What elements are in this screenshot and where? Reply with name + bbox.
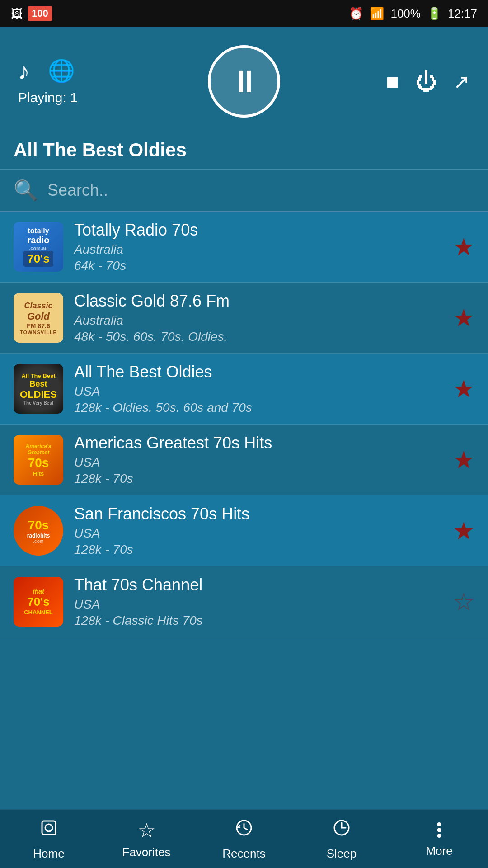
music-note-icon[interactable]: ♪ bbox=[18, 57, 30, 85]
stop-button[interactable]: ■ bbox=[386, 69, 399, 94]
globe-icon[interactable]: 🌐 bbox=[48, 58, 75, 84]
list-item[interactable]: totally radio .com.au 70's Totally Radio… bbox=[0, 212, 488, 283]
time-display: 12:17 bbox=[448, 7, 477, 21]
wifi-icon: 📶 bbox=[370, 7, 384, 21]
station-meta: 64k - 70s bbox=[74, 259, 442, 273]
favorites-icon: ☆ bbox=[138, 819, 155, 842]
station-logo-oldies: All The Best Best OLDIES The Very Best bbox=[14, 364, 63, 414]
station-name: All The Best Oldies bbox=[74, 363, 442, 382]
svg-point-1 bbox=[45, 824, 52, 831]
recents-icon bbox=[234, 817, 254, 843]
current-station-title-area: All The Best Oldies bbox=[0, 131, 488, 170]
recents-label: Recents bbox=[222, 847, 265, 861]
favorite-star[interactable]: ★ bbox=[453, 375, 474, 403]
alarm-icon: ⏰ bbox=[349, 7, 363, 21]
station-meta: 128k - 70s bbox=[74, 542, 442, 557]
station-meta: 48k - 50s. 60s. 70s. Oldies. bbox=[74, 330, 442, 344]
station-logo-classic: Classic Gold FM 87.6 TOWNSVILLE bbox=[14, 293, 63, 343]
station-info: San Franciscos 70s Hits USA 128k - 70s bbox=[74, 505, 442, 557]
status-bar: 🖼 100 ⏰ 📶 100% 🔋 12:17 bbox=[0, 0, 488, 27]
station-name: That 70s Channel bbox=[74, 576, 442, 594]
station-name: Americas Greatest 70s Hits bbox=[74, 434, 442, 453]
bottom-nav: Home ☆ Favorites Recents Sleep bbox=[0, 809, 488, 868]
home-icon bbox=[38, 817, 59, 843]
search-area: 🔍 bbox=[0, 170, 488, 212]
station-meta: 128k - Classic Hits 70s bbox=[74, 613, 442, 628]
status-left: 🖼 100 bbox=[11, 6, 52, 21]
station-name: Totally Radio 70s bbox=[74, 221, 442, 240]
station-name: Classic Gold 87.6 Fm bbox=[74, 292, 442, 311]
station-info: Totally Radio 70s Australia 64k - 70s bbox=[74, 221, 442, 273]
station-country: USA bbox=[74, 526, 442, 541]
more-icon bbox=[437, 820, 441, 840]
list-item[interactable]: 70s radiohits .com San Franciscos 70s Hi… bbox=[0, 495, 488, 566]
station-country: Australia bbox=[74, 313, 442, 328]
nav-item-sleep[interactable]: Sleep bbox=[293, 817, 390, 861]
player-left-icons: ♪ 🌐 bbox=[18, 57, 75, 85]
player-left-controls: ♪ 🌐 Playing: 1 bbox=[18, 57, 78, 105]
station-logo-totally: totally radio .com.au 70's bbox=[14, 222, 63, 272]
signal-strength: 100% bbox=[390, 7, 421, 21]
station-list: totally radio .com.au 70's Totally Radio… bbox=[0, 212, 488, 637]
favorite-star[interactable]: ★ bbox=[453, 304, 474, 332]
nav-item-more[interactable]: More bbox=[390, 820, 488, 858]
list-item[interactable]: America's Greatest 70s Hits Americas Gre… bbox=[0, 425, 488, 495]
sleep-icon bbox=[331, 817, 352, 843]
search-icon: 🔍 bbox=[14, 179, 38, 202]
station-country: USA bbox=[74, 455, 442, 470]
battery-icon: 🔋 bbox=[427, 7, 441, 21]
station-name: San Franciscos 70s Hits bbox=[74, 505, 442, 524]
playing-label: Playing: 1 bbox=[18, 90, 78, 105]
search-input[interactable] bbox=[47, 181, 474, 200]
svg-point-8 bbox=[437, 834, 441, 838]
list-item[interactable]: that 70's CHANNEL That 70s Channel USA 1… bbox=[0, 566, 488, 637]
station-country: Australia bbox=[74, 242, 442, 257]
player-controls-row: ♪ 🌐 Playing: 1 ⏸ ■ ⏻ ↗ bbox=[18, 41, 470, 122]
pause-button[interactable]: ⏸ bbox=[208, 45, 280, 118]
player-area: ♪ 🌐 Playing: 1 ⏸ ■ ⏻ ↗ bbox=[0, 27, 488, 131]
image-icon: 🖼 bbox=[11, 7, 23, 21]
current-station-title: All The Best Oldies bbox=[14, 139, 470, 161]
station-logo-sf: 70s radiohits .com bbox=[14, 506, 63, 556]
pause-icon: ⏸ bbox=[229, 63, 259, 99]
favorite-star[interactable]: ☆ bbox=[453, 588, 474, 616]
station-info: Classic Gold 87.6 Fm Australia 48k - 50s… bbox=[74, 292, 442, 344]
favorite-star[interactable]: ★ bbox=[453, 517, 474, 545]
favorites-label: Favorites bbox=[122, 845, 171, 859]
radio-icon: 100 bbox=[28, 6, 52, 21]
station-info: All The Best Oldies USA 128k - Oldies. 5… bbox=[74, 363, 442, 415]
station-country: USA bbox=[74, 384, 442, 399]
nav-item-favorites[interactable]: ☆ Favorites bbox=[98, 819, 195, 859]
list-item[interactable]: All The Best Best OLDIES The Very Best A… bbox=[0, 354, 488, 425]
station-meta: 128k - Oldies. 50s. 60s and 70s bbox=[74, 401, 442, 415]
status-right: ⏰ 📶 100% 🔋 12:17 bbox=[349, 7, 477, 21]
station-meta: 128k - 70s bbox=[74, 472, 442, 486]
sleep-label: Sleep bbox=[327, 847, 357, 861]
share-button[interactable]: ↗ bbox=[453, 70, 470, 93]
list-item[interactable]: Classic Gold FM 87.6 TOWNSVILLE Classic … bbox=[0, 283, 488, 354]
svg-point-7 bbox=[437, 828, 441, 832]
svg-point-6 bbox=[437, 822, 441, 826]
station-country: USA bbox=[74, 597, 442, 612]
station-info: Americas Greatest 70s Hits USA 128k - 70… bbox=[74, 434, 442, 486]
player-right-icons: ■ ⏻ ↗ bbox=[386, 69, 470, 94]
station-logo-americas: America's Greatest 70s Hits bbox=[14, 435, 63, 485]
station-info: That 70s Channel USA 128k - Classic Hits… bbox=[74, 576, 442, 628]
more-label: More bbox=[426, 844, 452, 858]
station-logo-that70s: that 70's CHANNEL bbox=[14, 577, 63, 627]
nav-item-home[interactable]: Home bbox=[0, 817, 98, 861]
power-button[interactable]: ⏻ bbox=[415, 69, 437, 94]
svg-rect-0 bbox=[42, 821, 56, 835]
nav-item-recents[interactable]: Recents bbox=[195, 817, 293, 861]
home-label: Home bbox=[33, 847, 64, 861]
favorite-star[interactable]: ★ bbox=[453, 446, 474, 474]
favorite-star[interactable]: ★ bbox=[453, 233, 474, 261]
